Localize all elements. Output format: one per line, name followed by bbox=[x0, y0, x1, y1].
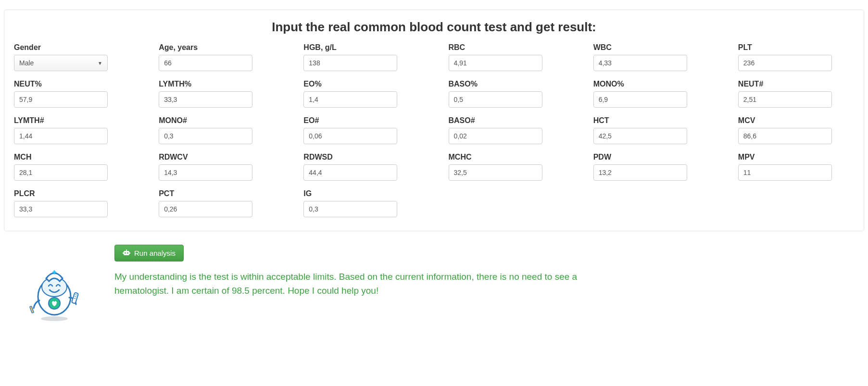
input-mono_abs[interactable] bbox=[159, 128, 252, 144]
field-ig: IG bbox=[303, 189, 419, 217]
label-pdw: PDW bbox=[593, 153, 709, 162]
field-mcv: MCV bbox=[738, 116, 854, 144]
label-baso_abs: BASO# bbox=[449, 116, 565, 125]
field-mpv: MPV bbox=[738, 153, 854, 181]
select-value-gender: Male bbox=[19, 59, 34, 67]
field-rdwsd: RDWSD bbox=[303, 153, 419, 181]
label-plt: PLT bbox=[738, 43, 854, 52]
label-gender: Gender bbox=[14, 43, 130, 52]
bot-illustration bbox=[13, 245, 95, 322]
svg-point-0 bbox=[41, 316, 68, 321]
input-mch[interactable] bbox=[14, 164, 108, 181]
label-mono_pct: MONO% bbox=[593, 80, 709, 88]
label-rdwsd: RDWSD bbox=[303, 153, 419, 162]
select-gender[interactable]: Male▼ bbox=[14, 55, 108, 71]
field-lymth_abs: LYMTH# bbox=[14, 116, 130, 144]
input-lymth_pct[interactable] bbox=[159, 91, 252, 108]
input-hgb[interactable] bbox=[303, 55, 397, 71]
svg-rect-5 bbox=[54, 271, 55, 274]
field-plt: PLT bbox=[738, 43, 854, 71]
field-lymth_pct: LYMTH% bbox=[159, 80, 275, 108]
svg-rect-12 bbox=[125, 252, 126, 254]
label-eo_pct: EO% bbox=[303, 80, 419, 88]
input-mcv[interactable] bbox=[738, 128, 832, 144]
field-gender: GenderMale▼ bbox=[14, 43, 130, 71]
field-baso_abs: BASO# bbox=[449, 116, 565, 144]
input-rbc[interactable] bbox=[449, 55, 542, 71]
input-neut_abs[interactable] bbox=[738, 91, 832, 108]
label-rbc: RBC bbox=[449, 43, 565, 52]
input-mchc[interactable] bbox=[449, 164, 542, 181]
field-rbc: RBC bbox=[449, 43, 565, 71]
input-wbc[interactable] bbox=[593, 55, 687, 71]
input-panel: Input the real common blood count test a… bbox=[4, 10, 864, 231]
input-neut_pct[interactable] bbox=[14, 91, 108, 108]
input-mpv[interactable] bbox=[738, 164, 832, 181]
svg-rect-11 bbox=[124, 251, 129, 255]
input-ig[interactable] bbox=[303, 201, 397, 217]
svg-rect-7 bbox=[72, 292, 78, 303]
svg-rect-16 bbox=[123, 252, 124, 254]
label-mono_abs: MONO# bbox=[159, 116, 275, 125]
field-rdwcv: RDWCV bbox=[159, 153, 275, 181]
field-neut_abs: NEUT# bbox=[738, 80, 854, 108]
field-grid: GenderMale▼Age, yearsHGB, g/LRBCWBCPLTNE… bbox=[14, 43, 854, 217]
label-mch: MCH bbox=[14, 153, 130, 162]
field-wbc: WBC bbox=[593, 43, 709, 71]
input-lymth_abs[interactable] bbox=[14, 128, 108, 144]
label-neut_abs: NEUT# bbox=[738, 80, 854, 88]
label-hct: HCT bbox=[593, 116, 709, 125]
label-neut_pct: NEUT% bbox=[14, 80, 130, 88]
input-baso_pct[interactable] bbox=[449, 91, 542, 108]
svg-rect-17 bbox=[129, 252, 130, 254]
field-neut_pct: NEUT% bbox=[14, 80, 130, 108]
label-mcv: MCV bbox=[738, 116, 854, 125]
result-row: Run analysis My understanding is the tes… bbox=[4, 245, 864, 322]
field-pct: PCT bbox=[159, 189, 275, 217]
input-pdw[interactable] bbox=[593, 164, 687, 181]
label-rdwcv: RDWCV bbox=[159, 153, 275, 162]
input-rdwcv[interactable] bbox=[159, 164, 252, 181]
input-plt[interactable] bbox=[738, 55, 832, 71]
field-hgb: HGB, g/L bbox=[303, 43, 419, 71]
field-age: Age, years bbox=[159, 43, 275, 71]
input-pct[interactable] bbox=[159, 201, 252, 217]
chevron-down-icon: ▼ bbox=[98, 61, 102, 66]
field-pdw: PDW bbox=[593, 153, 709, 181]
run-analysis-label: Run analysis bbox=[134, 249, 176, 257]
input-mono_pct[interactable] bbox=[593, 91, 687, 108]
label-ig: IG bbox=[303, 189, 419, 198]
input-eo_pct[interactable] bbox=[303, 91, 397, 108]
analysis-result-text: My understanding is the test is within a… bbox=[114, 270, 624, 298]
result-column: Run analysis My understanding is the tes… bbox=[114, 245, 855, 298]
label-plcr: PLCR bbox=[14, 189, 130, 198]
label-wbc: WBC bbox=[593, 43, 709, 52]
field-hct: HCT bbox=[593, 116, 709, 144]
input-eo_abs[interactable] bbox=[303, 128, 397, 144]
label-pct: PCT bbox=[159, 189, 275, 198]
label-baso_pct: BASO% bbox=[449, 80, 565, 88]
label-mchc: MCHC bbox=[449, 153, 565, 162]
label-lymth_pct: LYMTH% bbox=[159, 80, 275, 88]
label-eo_abs: EO# bbox=[303, 116, 419, 125]
svg-rect-13 bbox=[127, 252, 128, 254]
field-mono_pct: MONO% bbox=[593, 80, 709, 108]
panel-title: Input the real common blood count test a… bbox=[14, 20, 854, 35]
field-baso_pct: BASO% bbox=[449, 80, 565, 108]
input-rdwsd[interactable] bbox=[303, 164, 397, 181]
label-mpv: MPV bbox=[738, 153, 854, 162]
input-hct[interactable] bbox=[593, 128, 687, 144]
run-analysis-button[interactable]: Run analysis bbox=[114, 245, 184, 261]
input-age[interactable] bbox=[159, 55, 252, 71]
input-baso_abs[interactable] bbox=[449, 128, 542, 144]
field-mchc: MCHC bbox=[449, 153, 565, 181]
label-hgb: HGB, g/L bbox=[303, 43, 419, 52]
field-eo_abs: EO# bbox=[303, 116, 419, 144]
field-eo_pct: EO% bbox=[303, 80, 419, 108]
label-lymth_abs: LYMTH# bbox=[14, 116, 130, 125]
input-plcr[interactable] bbox=[14, 201, 108, 217]
field-mch: MCH bbox=[14, 153, 130, 181]
robot-doctor-icon bbox=[28, 259, 81, 322]
label-age: Age, years bbox=[159, 43, 275, 52]
svg-point-3 bbox=[42, 277, 67, 297]
